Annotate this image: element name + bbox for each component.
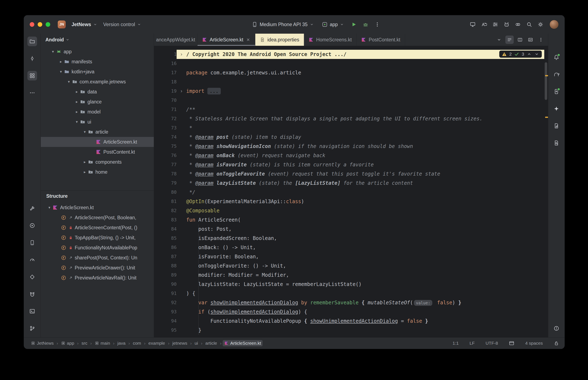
code-line-93[interactable]: 93 if (showUnimplementedActionDialog) { xyxy=(154,307,548,316)
project-view-selector[interactable]: Android xyxy=(41,34,154,46)
code-line-77[interactable]: 77 * @param isFavorite (state) is this i… xyxy=(154,160,548,169)
commit-tool-window-button[interactable] xyxy=(27,54,37,63)
tab-anceappwidget-kt[interactable]: anceAppWidget.kt xyxy=(154,34,198,46)
next-issue-icon[interactable] xyxy=(534,52,539,57)
code-line-83[interactable]: 83 fun ArticleScreen( xyxy=(154,215,548,225)
breadcrumb-src[interactable]: src xyxy=(80,340,89,346)
search-everywhere-button[interactable] xyxy=(524,20,534,29)
tab-postcontent-kt[interactable]: PostContent.kt xyxy=(357,34,405,46)
breadcrumb-com[interactable]: com xyxy=(131,340,143,346)
line-number[interactable]: 1 xyxy=(154,50,177,59)
tree-item-com-example-jetnews[interactable]: ▾ com.example.jetnews xyxy=(41,77,154,87)
project-widget-button[interactable]: JetNews xyxy=(69,20,100,29)
code-line-82[interactable]: 82 @Composable xyxy=(154,206,548,215)
code-line-88[interactable]: 88 onToggleFavorite: () -> Unit, xyxy=(154,261,548,270)
debug-button[interactable] xyxy=(361,20,370,29)
tree-item-kotlin-java[interactable]: ▾ kotlin+java xyxy=(41,67,154,77)
code-line-71[interactable]: 71 /** xyxy=(154,105,548,114)
gradle-button[interactable] xyxy=(552,70,561,79)
tree-item-data[interactable]: ▸ data xyxy=(41,87,154,97)
code-line-92[interactable]: 92 var showUnimplementedActionDialog by … xyxy=(154,298,548,307)
warning-stripe-mark[interactable] xyxy=(545,117,548,118)
line-number[interactable]: 84 xyxy=(154,225,177,234)
code-line-73[interactable]: 73 * xyxy=(154,123,548,133)
code-line-19[interactable]: 19 › import ... xyxy=(154,87,548,96)
line-number[interactable]: 87 xyxy=(154,252,177,261)
chevron-right-icon[interactable]: ▸ xyxy=(74,90,80,94)
code-line-75[interactable]: 75 * @param showNavigationIcon (state) i… xyxy=(154,142,548,151)
structure-item-sharepost-post-context-un[interactable]: sharePost(Post, Context): Un xyxy=(41,253,154,263)
code-line-79[interactable]: 79 * @param lazyListState (state) the [L… xyxy=(154,178,548,188)
chevron-right-icon[interactable]: ▸ xyxy=(74,99,80,104)
chevron-down-icon[interactable]: ▾ xyxy=(81,130,88,134)
studio-bot-button[interactable] xyxy=(502,20,511,29)
line-number[interactable]: 71 xyxy=(154,105,177,114)
code-line-74[interactable]: 74 * @param post (state) item to display xyxy=(154,133,548,142)
code-line-95[interactable]: 95 } xyxy=(154,326,548,335)
line-number[interactable]: 73 xyxy=(154,123,177,133)
code-line-78[interactable]: 78 * @param onToggleFavorite (event) req… xyxy=(154,169,548,178)
line-number[interactable]: 18 xyxy=(154,77,177,87)
code-with-me-button[interactable] xyxy=(479,20,489,29)
structure-item-previewarticlenavrail-unit[interactable]: PreviewArticleNavRail(): Unit xyxy=(41,273,154,283)
code-line-18[interactable]: 18 xyxy=(154,77,548,87)
structure-item-functionalitynotavailablepop[interactable]: FunctionalityNotAvailablePop xyxy=(41,243,154,253)
minimize-window-button[interactable] xyxy=(38,22,42,27)
version-control-button[interactable] xyxy=(27,323,37,333)
indent-config[interactable]: 4 spaces xyxy=(525,341,543,346)
line-number[interactable]: 92 xyxy=(154,298,177,307)
tree-item-glance[interactable]: ▸ glance xyxy=(41,97,154,107)
structure-item-topappbar-string-unit[interactable]: TopAppBar(String, () -> Unit, xyxy=(41,233,154,243)
caret-position[interactable]: 1:1 xyxy=(453,341,459,346)
user-avatar[interactable] xyxy=(549,20,559,29)
tree-item-app[interactable]: ▾ app xyxy=(41,47,154,57)
chevron-right-icon[interactable]: ▸ xyxy=(58,59,64,64)
editor-tab-list-button[interactable] xyxy=(505,36,514,44)
breadcrumb-main[interactable]: main xyxy=(93,340,112,346)
tab-homescreens-kt[interactable]: HomeScreens.kt xyxy=(304,34,357,46)
settings-button[interactable] xyxy=(536,20,545,29)
device-manager-button[interactable] xyxy=(27,238,37,247)
editor-options-button[interactable] xyxy=(537,36,545,44)
tree-item-article[interactable]: ▾ article xyxy=(41,127,154,137)
line-number[interactable]: 95 xyxy=(154,326,177,335)
line-number[interactable]: 93 xyxy=(154,307,177,316)
code-line-85[interactable]: 85 isExpandedScreen: Boolean, xyxy=(154,234,548,243)
structure-item-articlescreencontent-post[interactable]: ArticleScreenContent(Post, () xyxy=(41,223,154,233)
line-number[interactable]: 83 xyxy=(154,215,177,225)
code-line-16[interactable]: 16 xyxy=(154,59,548,68)
code-line-86[interactable]: 86 onBack: () -> Unit, xyxy=(154,243,548,252)
build-variants-button[interactable] xyxy=(490,20,500,29)
problems-button[interactable] xyxy=(552,323,561,333)
chevron-down-icon[interactable]: ▾ xyxy=(66,79,72,84)
structure-item-previewarticledrawer-unit[interactable]: PreviewArticleDrawer(): Unit xyxy=(41,263,154,273)
structure-item-articlescreen-post-boolean[interactable]: ArticleScreen(Post, Boolean, xyxy=(41,212,154,223)
split-editor-button[interactable] xyxy=(516,36,524,44)
code-line-90[interactable]: 90 lazyListState: LazyListState = rememb… xyxy=(154,280,548,289)
tab-idea-properties[interactable]: idea.properties xyxy=(255,34,304,46)
line-number[interactable]: 79 xyxy=(154,178,177,188)
more-tool-windows-button[interactable] xyxy=(27,88,37,98)
chevron-right-icon[interactable]: ▸ xyxy=(81,170,88,174)
close-tab-icon[interactable] xyxy=(246,38,250,42)
line-number[interactable]: 70 xyxy=(154,96,177,105)
code-line-70[interactable]: 70 xyxy=(154,96,548,105)
tree-item-manifests[interactable]: ▸ manifests xyxy=(41,57,154,67)
warning-stripe-mark[interactable] xyxy=(545,75,548,76)
line-number[interactable]: 76 xyxy=(154,151,177,160)
build-tool-window-button[interactable] xyxy=(27,204,37,213)
line-number[interactable]: 80 xyxy=(154,188,177,197)
code-line-76[interactable]: 76 * @param onBack (event) request navig… xyxy=(154,151,548,160)
code-line-17[interactable]: 17 package com.example.jetnews.ui.articl… xyxy=(154,68,548,77)
app-quality-insights-button[interactable] xyxy=(27,272,37,282)
chevron-down-icon[interactable]: ▾ xyxy=(58,69,64,74)
structure-file-row[interactable]: ▾ ArticleScreen.kt xyxy=(41,203,154,212)
line-number[interactable]: 90 xyxy=(154,280,177,289)
tree-item-articlescreen-kt[interactable]: ArticleScreen.kt xyxy=(41,137,154,147)
profiler-button[interactable] xyxy=(27,255,37,265)
line-number[interactable]: 89 xyxy=(154,270,177,280)
line-number[interactable]: 72 xyxy=(154,114,177,123)
line-number[interactable]: 86 xyxy=(154,243,177,252)
line-number[interactable]: 91 xyxy=(154,289,177,298)
line-number[interactable]: 16 xyxy=(154,59,177,68)
